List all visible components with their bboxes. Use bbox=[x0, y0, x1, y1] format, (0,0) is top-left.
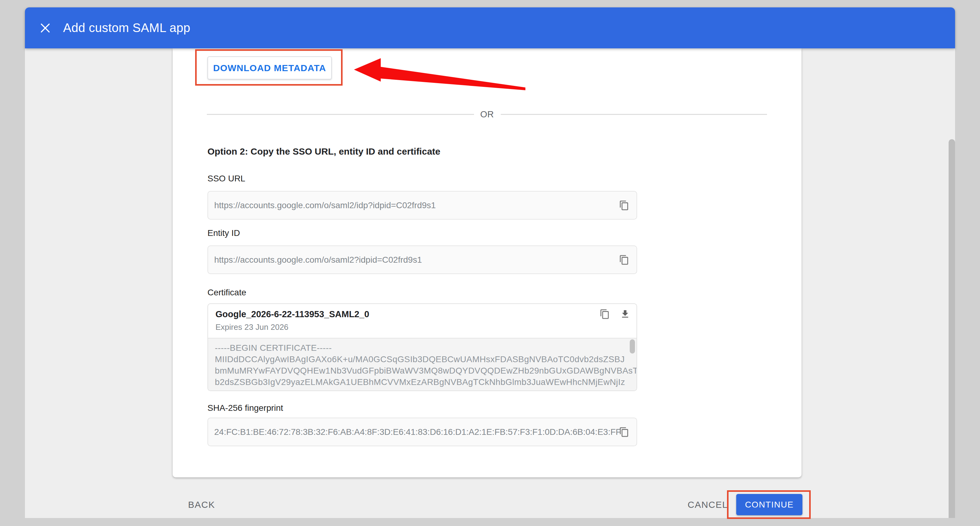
entity-id-value: https://accounts.google.com/o/saml2?idpi… bbox=[214, 255, 422, 265]
add-custom-saml-app-dialog: Add custom SAML app DOWNLOAD METADATA OR… bbox=[25, 7, 955, 518]
download-metadata-button[interactable]: DOWNLOAD METADATA bbox=[207, 56, 332, 80]
or-divider-line-right bbox=[501, 114, 767, 115]
cancel-button[interactable]: CANCEL bbox=[687, 499, 728, 510]
back-button[interactable]: BACK bbox=[188, 499, 215, 510]
screen: Add custom SAML app DOWNLOAD METADATA OR… bbox=[0, 0, 980, 526]
certificate-name: Google_2026-6-22-113953_SAML2_0 bbox=[215, 309, 369, 319]
entity-id-copy-button[interactable] bbox=[619, 254, 630, 265]
certificate-body-scroll-area[interactable]: -----BEGIN CERTIFICATE----- MIIDdDCCAlyg… bbox=[208, 338, 636, 391]
certificate-card: Google_2026-6-22-113953_SAML2_0 Expires … bbox=[207, 303, 637, 391]
sso-url-copy-button[interactable] bbox=[619, 200, 630, 211]
or-divider-line-left bbox=[207, 114, 474, 115]
certificate-body-line: MIIDdDCCAlygAwIBAgIGAXo6K+u/MA0GCSqGSIb3… bbox=[215, 354, 636, 365]
continue-button[interactable]: CONTINUE bbox=[736, 494, 802, 515]
sha256-fingerprint-value: 24:FC:B1:BE:46:72:78:3B:32:F6:AB:A4:8F:3… bbox=[214, 427, 621, 437]
copy-icon bbox=[619, 255, 629, 265]
copy-icon bbox=[600, 309, 610, 319]
dialog-header: Add custom SAML app bbox=[25, 7, 955, 48]
dialog-title: Add custom SAML app bbox=[63, 21, 190, 35]
certificate-scrollbar-thumb[interactable] bbox=[630, 340, 635, 354]
certificate-copy-button[interactable] bbox=[600, 309, 610, 319]
option2-heading: Option 2: Copy the SSO URL, entity ID an… bbox=[207, 146, 441, 157]
page-scrollbar-thumb[interactable] bbox=[948, 139, 955, 518]
sso-url-label: SSO URL bbox=[207, 174, 245, 183]
copy-icon bbox=[619, 200, 629, 210]
certificate-download-button[interactable] bbox=[620, 309, 630, 319]
copy-icon bbox=[619, 427, 629, 437]
certificate-body-line: -----BEGIN CERTIFICATE----- bbox=[215, 342, 636, 354]
close-button[interactable] bbox=[38, 21, 52, 35]
sso-url-value: https://accounts.google.com/o/saml2/idp?… bbox=[214, 201, 436, 210]
download-icon bbox=[620, 309, 630, 319]
entity-id-label: Entity ID bbox=[207, 228, 240, 238]
content-card: DOWNLOAD METADATA OR Option 2: Copy the … bbox=[173, 48, 802, 477]
certificate-body-line: bmMuMRYwFAYDVQQHEw1Nb3VudGFpbiBWaWV3MQ8w… bbox=[215, 365, 636, 376]
certificate-body-line: b2dsZSBGb3IgV29yazELMAkGA1UEBhMCVVMxEzAR… bbox=[215, 376, 636, 388]
sha256-fingerprint-label: SHA-256 fingerprint bbox=[207, 403, 283, 413]
certificate-expiry: Expires 23 Jun 2026 bbox=[215, 322, 288, 332]
sha256-copy-button[interactable] bbox=[619, 427, 630, 438]
sso-url-field: https://accounts.google.com/o/saml2/idp?… bbox=[207, 191, 637, 220]
certificate-label: Certificate bbox=[207, 288, 246, 298]
or-divider-label: OR bbox=[471, 109, 503, 120]
close-icon bbox=[40, 22, 51, 34]
entity-id-field: https://accounts.google.com/o/saml2?idpi… bbox=[207, 245, 637, 274]
sha256-fingerprint-field: 24:FC:B1:BE:46:72:78:3B:32:F6:AB:A4:8F:3… bbox=[207, 418, 637, 446]
